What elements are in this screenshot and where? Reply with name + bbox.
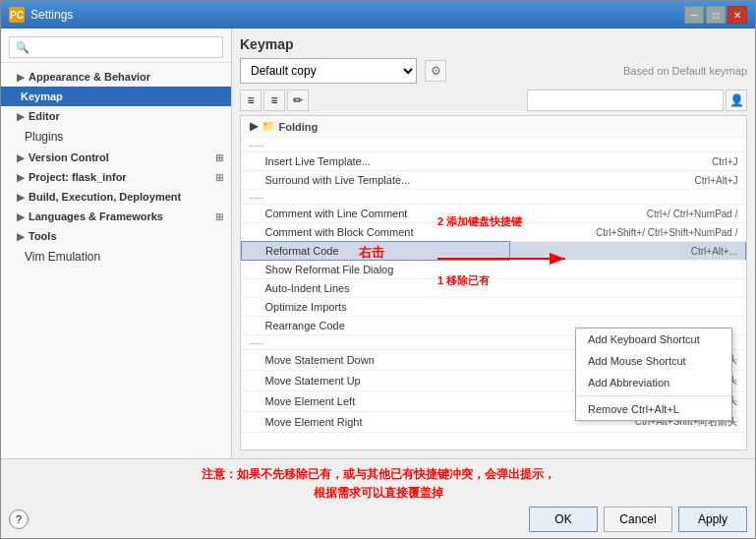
edit-button[interactable]: ✏ (287, 90, 309, 111)
separator-label: ---- (250, 191, 264, 203)
arrow-icon: ▶ (17, 211, 25, 222)
maximize-button[interactable]: □ (706, 6, 726, 24)
search-user-button[interactable]: 👤 (726, 90, 747, 111)
arrow-icon: ▶ (17, 231, 25, 242)
right-panel: Keymap Default copy ⚙ Based on Default k… (232, 29, 755, 458)
item-shortcut (510, 279, 746, 298)
item-label: Move Statement Up (242, 371, 510, 391)
item-label: Move Element Left (242, 391, 510, 412)
item-shortcut: Ctrl+Shift+/ Ctrl+Shift+NumPad / (510, 223, 746, 242)
cancel-label: Cancel (619, 512, 656, 526)
lang-icon: ⊞ (215, 211, 223, 222)
vcs-icon: ⊞ (215, 152, 223, 163)
folder-icon: 📁 (262, 120, 275, 133)
sidebar-item-languages[interactable]: ▶ Languages & Frameworks ⊞ (1, 207, 231, 226)
apply-label: Apply (698, 512, 727, 526)
keymap-gear-button[interactable]: ⚙ (425, 60, 446, 82)
item-shortcut: Ctrl+/ Ctrl+NumPad / (510, 205, 746, 223)
table-row[interactable]: Show Reformat File Dialog (242, 261, 746, 279)
expand-all-button[interactable]: ≡ (240, 90, 262, 111)
context-menu-separator (576, 395, 731, 396)
sidebar-item-vcs[interactable]: ▶ Version Control ⊞ (1, 148, 231, 167)
apply-button[interactable]: Apply (678, 507, 747, 532)
footer-annotation: 注意：如果不先移除已有，或与其他已有快捷键冲突，会弹出提示， 根据需求可以直接覆… (9, 465, 747, 503)
context-menu-item-add-mouse[interactable]: Add Mouse Shortcut (576, 350, 731, 372)
footer-line2: 根据需求可以直接覆盖掉 (9, 484, 747, 503)
close-button[interactable]: ✕ (727, 6, 747, 24)
item-label: Insert Live Template... (242, 152, 510, 171)
item-label: Surround with Live Template... (242, 171, 510, 190)
sidebar-item-vim[interactable]: Vim Emulation (1, 246, 231, 268)
item-shortcut (510, 298, 746, 317)
panel-title: Keymap (240, 36, 747, 52)
item-label: Move Statement Down (242, 350, 510, 371)
context-menu-item-add-keyboard[interactable]: Add Keyboard Shortcut (576, 329, 731, 350)
item-shortcut (510, 261, 746, 279)
footer: 注意：如果不先移除已有，或与其他已有快捷键冲突，会弹出提示， 根据需求可以直接覆… (1, 458, 755, 538)
keymap-toolbar: ≡ ≡ ✏ 👤 (240, 90, 747, 111)
context-menu: Add Keyboard Shortcut Add Mouse Shortcut… (575, 328, 732, 421)
footer-line1: 注意：如果不先移除已有，或与其他已有快捷键冲突，会弹出提示， (9, 465, 747, 484)
table-row[interactable]: Auto-Indent Lines (242, 279, 746, 298)
table-row[interactable]: Optimize Imports (242, 298, 746, 317)
table-row: ---- (242, 190, 746, 205)
ok-button[interactable]: OK (529, 507, 598, 532)
table-row[interactable]: Insert Live Template... Ctrl+J (242, 152, 746, 171)
sidebar-item-label: Appearance & Behavior (29, 71, 150, 83)
sidebar-item-label: Keymap (21, 90, 63, 102)
title-bar-left: PC Settings (9, 7, 73, 23)
sidebar-item-appearance[interactable]: ▶ Appearance & Behavior (1, 67, 231, 87)
search-input[interactable] (527, 90, 724, 111)
gear-icon: ⚙ (431, 64, 441, 78)
sidebar-item-label: Version Control (29, 151, 109, 163)
table-row[interactable]: Surround with Live Template... Ctrl+Alt+… (242, 171, 746, 190)
help-label: ? (16, 513, 22, 525)
help-button[interactable]: ? (9, 509, 29, 529)
annotation-number2: 2 添加键盘快捷键 (437, 214, 522, 229)
sidebar-item-keymap[interactable]: Keymap (1, 87, 231, 106)
arrow-icon: ▶ (17, 172, 25, 183)
keymap-scheme-select[interactable]: Default copy (240, 58, 417, 84)
window-title: Settings (30, 8, 73, 22)
keymap-based-on: Based on Default keymap (623, 65, 747, 77)
reformat-code-row[interactable]: Reformat Code Ctrl+Alt+... (242, 242, 746, 261)
sidebar: ▶ Appearance & Behavior Keymap ▶ Editor … (1, 29, 232, 458)
arrow-icon: ▶ (17, 152, 25, 163)
context-menu-item-add-abbrev[interactable]: Add Abbreviation (576, 372, 731, 393)
sidebar-item-label: Build, Execution, Deployment (29, 191, 181, 203)
table-row[interactable]: ▶ 📁 Folding (242, 116, 746, 138)
arrow-icon: ▶ (17, 72, 25, 83)
sidebar-search-box (1, 32, 231, 63)
sidebar-search-input[interactable] (9, 36, 223, 58)
item-shortcut: Ctrl+Alt+J (510, 171, 746, 190)
annotation-rightclick: 右击 (359, 244, 384, 262)
item-shortcut: Ctrl+J (510, 152, 746, 171)
sidebar-item-label: Plugins (25, 130, 63, 144)
app-icon: PC (9, 7, 25, 23)
sidebar-item-editor[interactable]: ▶ Editor (1, 106, 231, 126)
sidebar-item-plugins[interactable]: Plugins (1, 126, 231, 148)
separator-label: ---- (250, 139, 264, 150)
title-bar: PC Settings ─ □ ✕ (1, 1, 755, 29)
item-label: Rearrange Code (242, 317, 510, 335)
context-menu-item-remove[interactable]: Remove Ctrl+Alt+L (576, 398, 731, 420)
sidebar-item-label: Project: flask_infor (29, 171, 127, 183)
sidebar-item-label: Languages & Frameworks (29, 210, 163, 222)
item-label: Optimize Imports (242, 298, 510, 317)
sidebar-item-tools[interactable]: ▶ Tools (1, 226, 231, 246)
folder-label: Folding (279, 121, 319, 133)
arrow-icon: ▶ (17, 111, 25, 122)
cancel-button[interactable]: Cancel (604, 507, 672, 532)
sidebar-item-project[interactable]: ▶ Project: flask_infor ⊞ (1, 167, 231, 187)
sidebar-item-label: Editor (29, 110, 60, 122)
ok-label: OK (554, 512, 571, 526)
keymap-header: Default copy ⚙ Based on Default keymap (240, 58, 747, 84)
minimize-button[interactable]: ─ (684, 6, 704, 24)
title-buttons: ─ □ ✕ (684, 6, 747, 24)
footer-buttons: ? OK Cancel Apply (9, 507, 747, 532)
item-label: Move Element Right (242, 412, 510, 433)
arrow-icon: ▶ (17, 192, 25, 203)
search-area: 👤 (527, 90, 747, 111)
collapse-all-button[interactable]: ≡ (263, 90, 285, 111)
sidebar-item-build[interactable]: ▶ Build, Execution, Deployment (1, 187, 231, 207)
